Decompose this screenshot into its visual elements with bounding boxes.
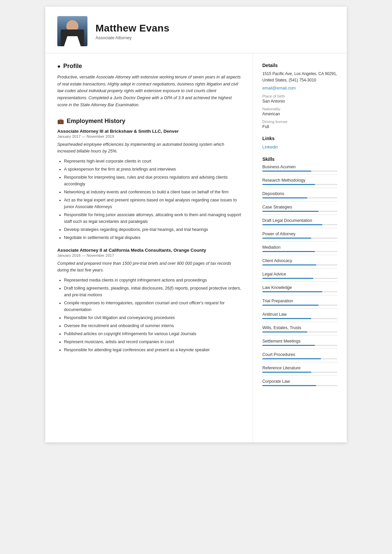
skill-bar-bg bbox=[262, 197, 337, 198]
left-column: ● Profile Productive, versatile Associat… bbox=[45, 53, 253, 442]
driving-license-value: Full bbox=[262, 124, 337, 129]
skill-name: Power of Attorney bbox=[262, 232, 337, 236]
skill-divider bbox=[262, 241, 337, 242]
skill-item: Reference Literature bbox=[262, 366, 337, 376]
skill-bar-bg bbox=[262, 224, 337, 225]
skill-name: Client Advocacy bbox=[262, 258, 337, 263]
links-title: Links bbox=[262, 136, 337, 141]
avatar bbox=[57, 16, 87, 46]
skill-divider bbox=[262, 335, 337, 335]
skill-name: Draft Legal Documentation bbox=[262, 218, 337, 223]
job-block-2: Associate Attorney II at California Medi… bbox=[57, 248, 242, 353]
header-info: Matthew Evans Associate Attorney bbox=[95, 22, 170, 40]
skill-name: Mediation bbox=[262, 245, 337, 250]
skill-divider bbox=[262, 174, 337, 175]
skill-name: Research Methodology bbox=[262, 178, 337, 183]
skill-bar-fill bbox=[262, 305, 319, 306]
skill-bar-bg bbox=[262, 278, 337, 279]
employment-section: 💼 Employment History Associate Attorney … bbox=[57, 118, 242, 353]
skill-item: Law Knowledge bbox=[262, 285, 337, 295]
skill-bar-fill bbox=[262, 264, 316, 265]
details-title: Details bbox=[262, 63, 337, 68]
skill-item: Court Procedures bbox=[262, 352, 337, 362]
job-bullets-2: Represented media clients in copyright i… bbox=[57, 277, 242, 353]
skill-bar-bg bbox=[262, 331, 337, 332]
job-dates-1: January 2017 — November 2019 bbox=[57, 134, 242, 138]
place-of-birth-label: Place of birth bbox=[262, 94, 337, 98]
bullet: Compile responses to interrogatories, op… bbox=[64, 300, 242, 313]
skill-item: Research Methodology bbox=[262, 178, 337, 188]
skill-bar-fill bbox=[262, 238, 311, 239]
avatar-shirt bbox=[64, 36, 81, 46]
bullet: Oversee the recruitment and onboarding o… bbox=[64, 322, 242, 329]
links-section: Links Linkedin bbox=[262, 136, 337, 150]
avatar-body bbox=[61, 29, 84, 46]
skill-name: Antitrust Law bbox=[262, 312, 337, 317]
skill-bar-bg bbox=[262, 171, 337, 172]
skill-name: Legal Advice bbox=[262, 272, 337, 276]
bullet: Published articles on copyright infringe… bbox=[64, 330, 242, 337]
skill-bar-bg bbox=[262, 372, 337, 373]
details-section: Details 1515 Pacific Ave, Los Angeles, C… bbox=[262, 63, 337, 129]
skill-divider bbox=[262, 295, 337, 295]
skill-name: Settlement Meetings bbox=[262, 339, 337, 344]
skill-item: Corporate Law bbox=[262, 379, 337, 386]
skill-bar-bg bbox=[262, 251, 337, 252]
skill-item: Draft Legal Documentation bbox=[262, 218, 337, 228]
skill-bar-bg bbox=[262, 211, 337, 212]
skill-item: Case Strategies bbox=[262, 205, 337, 215]
job-title-2: Associate Attorney II at California Medi… bbox=[57, 248, 242, 253]
skill-bar-fill bbox=[262, 318, 311, 319]
full-name: Matthew Evans bbox=[95, 22, 170, 34]
skill-item: Legal Advice bbox=[262, 272, 337, 282]
bullet: Represented media clients in copyright i… bbox=[64, 277, 242, 284]
skill-bar-fill bbox=[262, 171, 311, 172]
skills-section: Skills Business AcumenResearch Methodolo… bbox=[262, 157, 337, 386]
skill-bar-fill bbox=[262, 251, 315, 252]
skill-divider bbox=[262, 214, 337, 215]
skill-divider bbox=[262, 282, 337, 282]
skill-name: Corporate Law bbox=[262, 379, 337, 384]
skill-bar-bg bbox=[262, 345, 337, 346]
skill-bar-bg bbox=[262, 318, 337, 319]
bullet: Responsible for civil litigation and con… bbox=[64, 314, 242, 321]
skill-item: Mediation bbox=[262, 245, 337, 255]
skill-bar-fill bbox=[262, 358, 321, 359]
skill-divider bbox=[262, 201, 337, 201]
bullet: Negotiate in settlements of legal disput… bbox=[64, 234, 242, 241]
skill-item: Antitrust Law bbox=[262, 312, 337, 322]
skill-name: Reference Literature bbox=[262, 366, 337, 370]
resume-container: Matthew Evans Associate Attorney ● Profi… bbox=[45, 7, 347, 442]
linkedin-link[interactable]: Linkedin bbox=[262, 145, 278, 149]
job-bullets-1: Represents high-level corporate clients … bbox=[57, 158, 242, 241]
skill-name: Law Knowledge bbox=[262, 285, 337, 290]
job-summary-2: Compiled and prepared more than 1500 pre… bbox=[57, 260, 242, 273]
details-address: 1515 Pacific Ave, Los Angeles, CA 90291,… bbox=[262, 71, 337, 83]
bullet: A spokesperson for the firm at press bri… bbox=[64, 166, 242, 173]
skill-divider bbox=[262, 322, 337, 322]
skill-bar-bg bbox=[262, 238, 337, 239]
bullet: Responsible for attending legal conferen… bbox=[64, 347, 242, 353]
skill-divider bbox=[262, 349, 337, 349]
profile-text: Productive, versatile Associate Attorney… bbox=[57, 74, 242, 108]
skill-bar-fill bbox=[262, 345, 315, 346]
skill-bar-fill bbox=[262, 278, 313, 279]
details-email[interactable]: email@email.com bbox=[262, 86, 296, 90]
skill-name: Case Strategies bbox=[262, 205, 337, 209]
job-title-header: Associate Attorney bbox=[95, 35, 170, 40]
skill-bar-fill bbox=[262, 197, 307, 198]
skill-name: Court Procedures bbox=[262, 352, 337, 357]
skill-bar-fill bbox=[262, 291, 322, 292]
skill-bar-bg bbox=[262, 264, 337, 265]
skill-item: Client Advocacy bbox=[262, 258, 337, 268]
profile-icon: ● bbox=[57, 63, 61, 69]
skill-bar-bg bbox=[262, 358, 337, 359]
skill-item: Trial Preparation bbox=[262, 299, 337, 309]
skill-bar-bg bbox=[262, 184, 337, 185]
job-summary-1: Spearheaded employee efficiencies by imp… bbox=[57, 141, 242, 155]
skill-bar-fill bbox=[262, 184, 315, 185]
skill-divider bbox=[262, 375, 337, 376]
bullet: Responsible for interpreting laws, rules… bbox=[64, 174, 242, 187]
skill-bar-bg bbox=[262, 291, 337, 292]
place-of-birth-value: San Antonio bbox=[262, 99, 337, 104]
